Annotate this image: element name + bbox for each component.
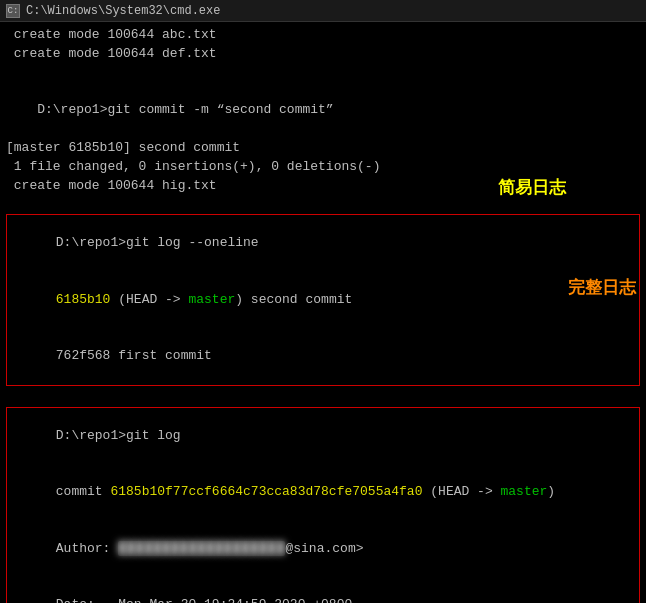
title-text: C:\Windows\System32\cmd.exe — [26, 4, 220, 18]
line-author-1: Author: ███████████████████@sina.com> — [7, 521, 639, 578]
line-commit-cmd: D:\repo1>git commit -m “second commit” — [6, 83, 640, 140]
prompt-1: D:\repo1> — [37, 102, 107, 117]
label-full-log: 完整日志 — [568, 276, 636, 301]
line-file-changed: 1 file changed, 0 insertions(+), 0 delet… — [6, 158, 640, 177]
line-create-def: create mode 100644 def.txt — [6, 45, 640, 64]
terminal: create mode 100644 abc.txt create mode 1… — [0, 22, 646, 603]
line-log-oneline-cmd: D:\repo1>git log --oneline — [7, 215, 639, 272]
line-log-oneline-1: 6185b10 (HEAD -> master) second commit — [7, 272, 639, 329]
line-log-oneline-2: 762f568 first commit — [7, 329, 639, 386]
line-commit-hash-1: commit 6185b10f77ccf6664c73cca83d78cfe70… — [7, 464, 639, 521]
full-log-section: D:\repo1>git log commit 6185b10f77ccf666… — [6, 407, 640, 603]
title-bar: C: C:\Windows\System32\cmd.exe — [0, 0, 646, 22]
title-icon: C: — [6, 4, 20, 18]
line-log-cmd: D:\repo1>git log — [7, 408, 639, 465]
line-blank3 — [6, 388, 640, 407]
simple-log-section: D:\repo1>git log --oneline 6185b10 (HEAD… — [6, 214, 640, 386]
line-date-1: Date: Mon Mar 30 19:24:59 2020 +0800 — [7, 577, 639, 603]
line-blank1 — [6, 64, 640, 83]
label-simple-log: 简易日志 — [498, 176, 566, 201]
line-commit-result: [master 6185b10] second commit — [6, 139, 640, 158]
line-create-abc: create mode 100644 abc.txt — [6, 26, 640, 45]
